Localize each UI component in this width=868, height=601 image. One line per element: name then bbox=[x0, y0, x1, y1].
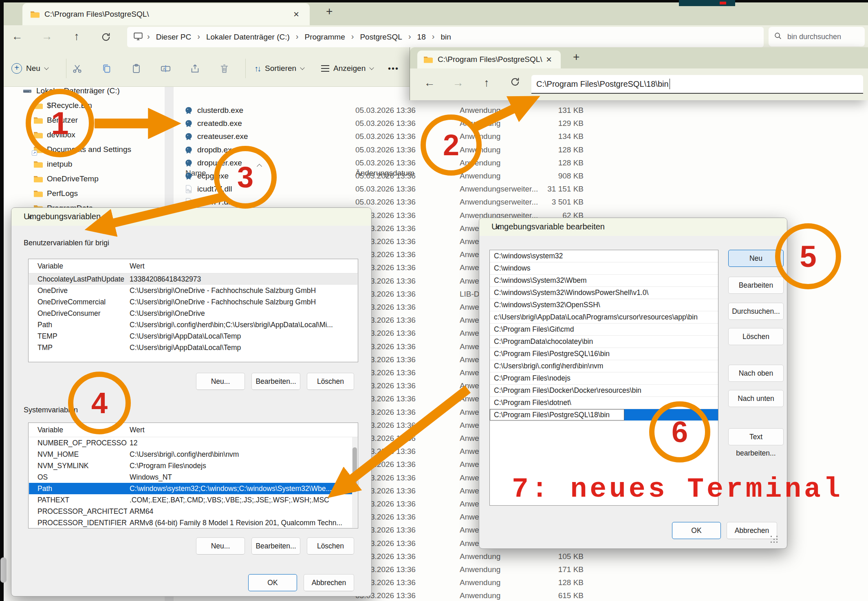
chevron-down-icon bbox=[44, 65, 48, 70]
sidebar-item[interactable]: inetpub bbox=[4, 157, 165, 171]
back-button[interactable]: ← bbox=[421, 77, 438, 89]
path-entry[interactable]: C:\Program Files\Docker\Docker\resources… bbox=[490, 385, 718, 397]
user-variables-table: Variable Wert ChocolateyLastPathUpdate13… bbox=[28, 259, 358, 362]
breadcrumb-chevron-icon: › bbox=[143, 32, 154, 42]
variable-row[interactable]: OneDriveConsumerC:\Users\brigi\OneDrive bbox=[29, 308, 357, 319]
explorer2-tab[interactable]: C:\Program Files\PostgreSQL\ × bbox=[417, 51, 561, 68]
variable-row[interactable]: TEMPC:\Users\brigi\AppData\Local\Temp bbox=[29, 330, 357, 342]
variable-row[interactable]: OSWindows_NT bbox=[29, 471, 357, 483]
file-size: 615 KB bbox=[518, 589, 584, 601]
search-input[interactable] bbox=[786, 32, 861, 42]
file-modified: 05.03.2026 13:36 bbox=[355, 104, 453, 117]
user-neu-button[interactable]: Neu... bbox=[196, 373, 245, 390]
variable-row[interactable]: PathC:\Users\brigi\.config\herd\bin;C:\U… bbox=[29, 319, 357, 330]
close-icon[interactable]: × bbox=[24, 212, 365, 223]
resize-grip[interactable] bbox=[771, 536, 772, 537]
variable-row[interactable]: ChocolateyLastPathUpdate1338420864184329… bbox=[29, 273, 357, 285]
this-pc-icon[interactable] bbox=[133, 31, 143, 43]
breadcrumb-item[interactable]: PostgreSQL bbox=[357, 31, 405, 43]
variable-row[interactable]: PROCESSOR_IDENTIFIERARMv8 (64-bit) Famil… bbox=[29, 517, 357, 528]
variable-row[interactable]: PROCESSOR_ARCHITECTUREARM64 bbox=[29, 506, 357, 517]
up-button[interactable]: ↑ bbox=[68, 30, 85, 43]
tab-close-icon[interactable]: × bbox=[543, 54, 555, 65]
system-loeschen-button[interactable]: Löschen bbox=[307, 537, 354, 555]
breadcrumb-item[interactable]: bin bbox=[438, 31, 453, 43]
scrollbar-thumb[interactable] bbox=[352, 447, 357, 492]
nach-oben-button[interactable]: Nach oben bbox=[728, 365, 784, 382]
file-row[interactable]: clusterdb.exe05.03.2026 13:36Anwendung13… bbox=[179, 104, 587, 117]
anzeigen-button[interactable]: Anzeigen bbox=[321, 59, 373, 77]
path-entry[interactable]: C:\Program Files\nodejs bbox=[490, 372, 718, 385]
close-icon[interactable]: × bbox=[491, 222, 780, 233]
variable-row[interactable]: PATHEXT.COM;.EXE;.BAT;.CMD;.VBS;.VBE;.JS… bbox=[29, 494, 357, 506]
path-entry[interactable]: C:\Program Files\PostgreSQL\16\bin bbox=[490, 348, 718, 360]
explorer1-tab[interactable]: C:\Program Files\PostgreSQL\ × bbox=[22, 3, 310, 25]
file-row[interactable]: createuser.exe05.03.2026 13:36Anwendung1… bbox=[179, 130, 587, 143]
path-entry[interactable]: c:\Users\brigi\AppData\Local\Programs\cu… bbox=[490, 311, 718, 324]
path-entry-edit-input[interactable]: C:\Program Files\PostgreSQL\18\bin bbox=[490, 409, 624, 420]
breadcrumb-item[interactable]: 18 bbox=[415, 31, 428, 43]
file-name: icuin77.dll bbox=[197, 196, 352, 209]
ok-button[interactable]: OK bbox=[248, 574, 297, 591]
new-tab-button[interactable]: + bbox=[573, 51, 579, 64]
path-entry[interactable]: C:\windows bbox=[490, 262, 718, 275]
scrollbar-fragment[interactable] bbox=[0, 557, 7, 583]
variable-row[interactable]: NUMBER_OF_PROCESSORS12 bbox=[29, 437, 357, 449]
cancel-button[interactable]: Abbrechen bbox=[727, 522, 777, 539]
nach-unten-button[interactable]: Nach unten bbox=[728, 390, 784, 407]
text-bearbeiten-button[interactable]: Text bearbeiten... bbox=[728, 428, 784, 445]
recording-dot-icon bbox=[720, 2, 726, 4]
durchsuchen-button[interactable]: Durchsuchen... bbox=[728, 303, 784, 320]
variable-row[interactable]: PathC:\windows\system32;C:\windows;C:\wi… bbox=[29, 483, 357, 494]
file-row[interactable]: createdb.exe05.03.2026 13:36Anwendung129… bbox=[179, 117, 587, 130]
address-bar[interactable]: C:\Program Files\PostgreSQL\18\bin bbox=[531, 75, 863, 94]
breadcrumb-item[interactable]: Programme bbox=[302, 31, 347, 43]
path-entry[interactable]: C:\Program Files\Git\cmd bbox=[490, 324, 718, 336]
user-loeschen-button[interactable]: Löschen bbox=[307, 373, 354, 390]
breadcrumb-item[interactable]: Dieser PC bbox=[154, 31, 194, 43]
table-header: Variable Wert bbox=[29, 259, 358, 273]
search-box[interactable] bbox=[769, 27, 865, 46]
variable-row[interactable]: OneDriveC:\Users\brigi\OneDrive - Fachho… bbox=[29, 285, 357, 296]
sortieren-button[interactable]: ↑↓ Sortieren bbox=[254, 59, 304, 77]
back-button[interactable]: ← bbox=[9, 30, 25, 43]
breadcrumb-item[interactable]: Lokaler Datenträger (C:) bbox=[204, 31, 292, 43]
variable-row[interactable]: OneDriveCommercialC:\Users\brigi\OneDriv… bbox=[29, 296, 357, 308]
rename-icon[interactable]: A bbox=[160, 59, 171, 77]
cancel-button[interactable]: Abbrechen bbox=[304, 574, 354, 591]
ok-button[interactable]: OK bbox=[672, 522, 721, 539]
path-entry[interactable]: C:\Users\brigi\.config\herd\bin\nvm bbox=[490, 360, 718, 372]
variable-row[interactable]: TMPC:\Users\brigi\AppData\Local\Temp bbox=[29, 342, 357, 353]
delete-icon[interactable] bbox=[219, 59, 230, 77]
neu-button[interactable]: + Neu bbox=[11, 59, 48, 77]
cut-icon[interactable] bbox=[72, 59, 83, 77]
system-bearbeiten-button[interactable]: Bearbeiten... bbox=[251, 537, 300, 555]
share-icon[interactable] bbox=[189, 59, 200, 77]
refresh-icon[interactable] bbox=[98, 32, 114, 45]
user-bearbeiten-button[interactable]: Bearbeiten... bbox=[251, 373, 300, 390]
sidebar-item[interactable]: OneDriveTemp bbox=[4, 172, 165, 186]
variable-row[interactable]: NVM_SYMLINKC:\Program Files\nodejs bbox=[29, 460, 357, 471]
copy-icon[interactable] bbox=[101, 59, 112, 77]
file-type-icon bbox=[184, 159, 193, 167]
sidebar-item[interactable]: PerfLogs bbox=[4, 187, 165, 200]
up-button[interactable]: ↑ bbox=[478, 77, 495, 89]
file-name: createuser.exe bbox=[197, 130, 352, 143]
file-name: clusterdb.exe bbox=[197, 104, 352, 117]
loeschen-button[interactable]: Löschen bbox=[728, 328, 784, 345]
refresh-icon[interactable] bbox=[507, 77, 523, 90]
path-entry[interactable]: C:\ProgramData\chocolatey\bin bbox=[490, 336, 718, 348]
path-entry[interactable]: C:\windows\system32 bbox=[490, 250, 718, 262]
path-entry[interactable]: C:\windows\System32\WindowsPowerShell\v1… bbox=[490, 287, 718, 299]
path-entry[interactable]: C:\windows\System32\OpenSSH\ bbox=[490, 299, 718, 311]
variable-name: TMP bbox=[37, 342, 127, 353]
system-neu-button[interactable]: Neu... bbox=[196, 537, 245, 555]
bearbeiten-button[interactable]: Bearbeiten bbox=[728, 277, 784, 294]
more-button[interactable]: ••• bbox=[388, 59, 399, 77]
paste-icon[interactable] bbox=[131, 59, 142, 77]
tab-close-icon[interactable]: × bbox=[290, 9, 302, 20]
variable-row[interactable]: NVM_HOMEC:\Users\brigi\.config\herd\bin\… bbox=[29, 449, 357, 460]
path-entry[interactable]: C:\windows\System32\Wbem bbox=[490, 275, 718, 287]
new-tab-button[interactable]: + bbox=[326, 5, 333, 18]
view-icon bbox=[321, 65, 329, 66]
